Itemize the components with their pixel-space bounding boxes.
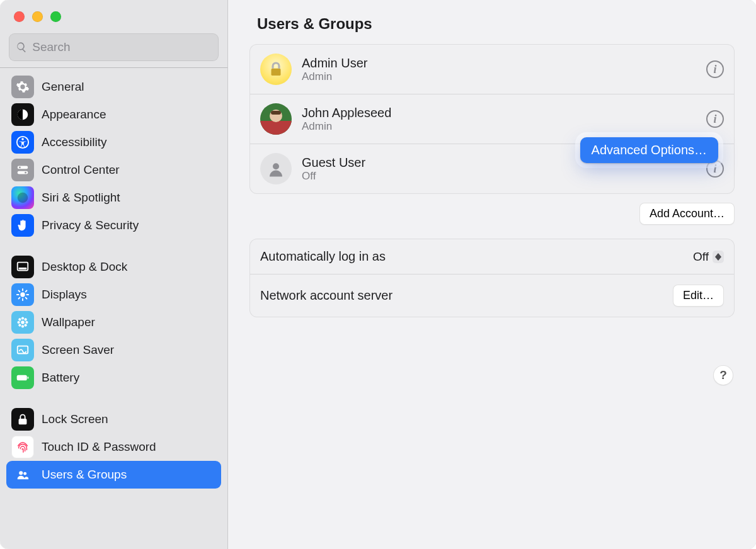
sidebar-item-label: Battery	[42, 371, 216, 385]
user-role: Admin	[302, 71, 367, 83]
sidebar-item-label: Users & Groups	[42, 468, 216, 482]
search-icon	[16, 41, 27, 54]
appearance-icon	[11, 103, 34, 126]
sidebar-item-desktop[interactable]: Desktop & Dock	[6, 253, 221, 281]
network-server-label: Network account server	[260, 288, 392, 303]
avatar	[260, 54, 292, 85]
sidebar-item-label: Control Center	[42, 163, 216, 177]
sidebar-item-label: Appearance	[42, 108, 216, 122]
network-edit-button[interactable]: Edit…	[673, 285, 724, 307]
users-list-card: Admin UserAdminiJohn AppleseedAdminiGues…	[249, 44, 735, 194]
settings-window: GeneralAppearanceAccessibilityControl Ce…	[0, 0, 756, 549]
user-row[interactable]: Admin UserAdmini	[250, 45, 734, 94]
sidebar-item-label: Lock Screen	[42, 412, 216, 426]
fingerprint-icon	[11, 436, 34, 458]
dock-icon	[11, 256, 34, 278]
sidebar-item-battery[interactable]: Battery	[6, 364, 221, 392]
page-title: Users & Groups	[228, 0, 756, 44]
sidebar-item-label: Wallpaper	[42, 315, 216, 329]
window-controls	[0, 0, 227, 27]
sidebar-item-accessibility[interactable]: Accessibility	[6, 128, 221, 156]
users-icon	[11, 463, 34, 486]
accessibility-icon	[11, 131, 34, 154]
sidebar-nav: GeneralAppearanceAccessibilityControl Ce…	[0, 68, 227, 494]
lock-icon	[11, 408, 34, 431]
avatar	[260, 103, 292, 135]
sidebar-item-touchid[interactable]: Touch ID & Password	[6, 433, 221, 461]
info-button[interactable]: i	[706, 60, 724, 78]
user-name: John Appleseed	[302, 106, 391, 120]
main-pane: Users & Groups Admin UserAdminiJohn Appl…	[228, 0, 756, 549]
screensaver-icon	[11, 339, 34, 361]
minimize-window-button[interactable]	[32, 11, 43, 22]
sidebar-item-users[interactable]: Users & Groups	[6, 461, 221, 489]
user-role: Off	[302, 170, 365, 183]
search-field[interactable]	[9, 33, 219, 61]
sidebar: GeneralAppearanceAccessibilityControl Ce…	[0, 0, 228, 549]
svg-rect-1	[260, 121, 292, 135]
sidebar-item-screensaver[interactable]: Screen Saver	[6, 336, 221, 364]
sidebar-item-label: Siri & Spotlight	[42, 191, 216, 205]
info-button[interactable]: i	[706, 110, 724, 128]
sidebar-item-label: Touch ID & Password	[42, 440, 216, 454]
zoom-window-button[interactable]	[50, 11, 61, 22]
sidebar-item-general[interactable]: General	[6, 73, 221, 101]
chevron-up-down-icon	[713, 251, 724, 263]
avatar	[260, 153, 292, 184]
auto-login-value: Off	[693, 250, 709, 264]
close-window-button[interactable]	[14, 11, 25, 22]
battery-icon	[11, 366, 34, 389]
sidebar-item-displays[interactable]: Displays	[6, 281, 221, 308]
flower-icon	[11, 311, 34, 334]
auto-login-label: Automatically log in as	[260, 249, 386, 264]
sidebar-item-label: Displays	[42, 288, 216, 302]
sun-icon	[11, 283, 34, 306]
sidebar-item-label: Accessibility	[42, 135, 216, 149]
user-row[interactable]: John AppleseedAdmini	[250, 94, 734, 144]
sidebar-item-privacy[interactable]: Privacy & Security	[6, 212, 221, 239]
sidebar-item-control-center[interactable]: Control Center	[6, 156, 221, 184]
sidebar-item-label: Screen Saver	[42, 343, 216, 357]
search-input[interactable]	[32, 40, 212, 54]
sidebar-item-appearance[interactable]: Appearance	[6, 101, 221, 128]
gear-icon	[11, 76, 34, 98]
siri-icon	[11, 186, 34, 209]
sidebar-item-lock[interactable]: Lock Screen	[6, 405, 221, 433]
user-name: Admin User	[302, 56, 367, 71]
user-name: Guest User	[302, 156, 365, 170]
sidebar-item-label: Desktop & Dock	[42, 260, 216, 274]
help-button[interactable]: ?	[713, 365, 733, 385]
hand-icon	[11, 214, 34, 237]
context-menu-item-advanced-options[interactable]: Advanced Options…	[580, 137, 718, 163]
login-settings-card: Automatically log in as Off Network acco…	[249, 239, 735, 317]
auto-login-select[interactable]: Off	[693, 250, 724, 264]
advanced-options-label: Advanced Options…	[592, 143, 707, 157]
sidebar-item-label: Privacy & Security	[42, 218, 216, 232]
sidebar-item-wallpaper[interactable]: Wallpaper	[6, 308, 221, 336]
sidebar-item-label: General	[42, 80, 216, 94]
svg-rect-3	[271, 111, 281, 115]
switches-icon	[11, 159, 34, 181]
sidebar-item-siri[interactable]: Siri & Spotlight	[6, 184, 221, 212]
add-account-button[interactable]: Add Account…	[639, 203, 735, 225]
user-role: Admin	[302, 120, 391, 133]
